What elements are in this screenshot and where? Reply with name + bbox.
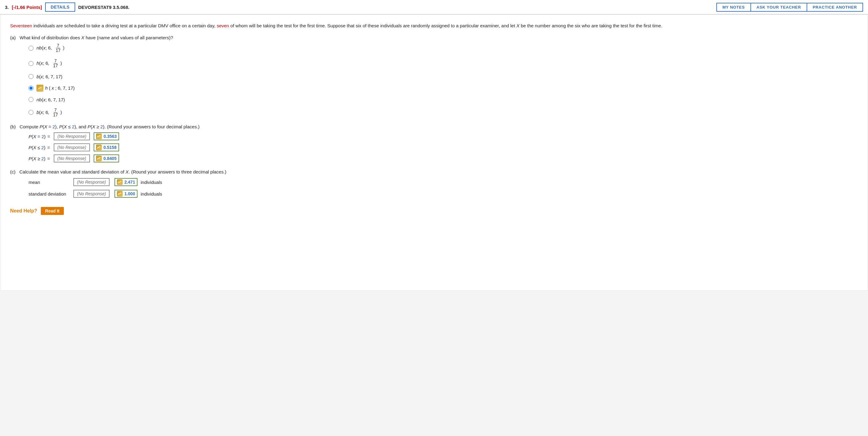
part-c-question: Calculate the mean value and standard de… — [19, 169, 226, 174]
ask-teacher-button[interactable]: ASK YOUR TEACHER — [750, 3, 807, 12]
sd-label: standard deviation — [29, 191, 68, 197]
radio-option-1: nb(x; 6, 717 ) — [29, 43, 858, 53]
top-bar: 3. [-/1.66 Points] DETAILS DEVORESTAT9 3… — [0, 0, 868, 14]
pxle2-value: 0.5158 — [103, 145, 117, 150]
radio-opt6[interactable] — [29, 110, 33, 115]
source-label: DEVORESTAT9 3.5.068. — [78, 5, 129, 10]
details-button[interactable]: DETAILS — [45, 2, 75, 12]
mean-label: mean — [29, 180, 68, 185]
answer-icon-pxge2 — [96, 156, 102, 161]
problem-text-mid1: individuals are scheduled to take a driv… — [33, 23, 217, 28]
radio-opt5-label[interactable]: nb(x; 6, 7, 17) — [36, 97, 65, 102]
sd-unit: individuals — [141, 191, 162, 197]
part-a-section: (a) What kind of distribution does X hav… — [10, 35, 858, 117]
top-bar-right: MY NOTES ASK YOUR TEACHER PRACTICE ANOTH… — [717, 3, 863, 12]
answer-icon-sd — [117, 191, 122, 197]
part-c-label: (c) Calculate the mean value and standar… — [10, 169, 858, 174]
px2-correct-answer: 0.3563 — [94, 132, 119, 140]
sd-no-response: (No Response) — [73, 190, 110, 198]
answer-row-px2: P(X = 2) = (No Response) 0.3563 — [29, 132, 858, 140]
my-notes-button[interactable]: MY NOTES — [716, 3, 751, 12]
radio-option-4: h(x; 6, 7, 17) — [29, 85, 858, 91]
part-c-letter: (c) — [10, 169, 16, 174]
need-help-text: Need Help? — [10, 208, 37, 214]
radio-opt4-label[interactable]: h(x; 6, 7, 17) — [36, 85, 74, 91]
part-b-letter: (b) — [10, 124, 16, 129]
px2-lhs: P(X = 2) — [29, 134, 45, 139]
part-b-question: Compute P(X = 2), P(X ≤ 2), and P(X ≥ 2)… — [20, 124, 199, 129]
pxge2-no-response: (No Response) — [54, 154, 90, 163]
pxle2-eq: = — [47, 145, 50, 150]
seventeen-text: Seventeen — [10, 23, 32, 28]
practice-another-button[interactable]: PRACTICE ANOTHER — [807, 3, 863, 12]
radio-opt2[interactable] — [29, 61, 33, 66]
top-bar-left: 3. [-/1.66 Points] DETAILS DEVORESTAT9 3… — [5, 2, 713, 12]
mean-value: 2.471 — [124, 180, 135, 184]
pxle2-correct-answer: 0.5158 — [94, 143, 119, 151]
px2-no-response: (No Response) — [54, 132, 90, 140]
mean-unit: individuals — [141, 180, 162, 185]
seven-text: seven — [217, 23, 229, 28]
px2-eq: = — [47, 134, 50, 139]
answer-icon-opt4 — [36, 85, 43, 91]
problem-number: 3. — [5, 5, 9, 10]
read-it-button[interactable]: Read It — [41, 207, 64, 215]
mean-no-response: (No Response) — [73, 178, 110, 186]
answer-row-pxge2: P(X ≥ 2) = (No Response) 0.8405 — [29, 154, 858, 163]
pxle2-lhs: P(X ≤ 2) — [29, 145, 45, 150]
main-content: Seventeen individuals are scheduled to t… — [0, 14, 868, 291]
part-c-section: (c) Calculate the mean value and standar… — [10, 169, 858, 198]
radio-option-2: h(x; 6, 717 ) — [29, 59, 858, 68]
radio-option-5: nb(x; 6, 7, 17) — [29, 97, 858, 102]
pxge2-lhs: P(X ≥ 2) — [29, 156, 45, 161]
problem-statement: Seventeen individuals are scheduled to t… — [10, 22, 858, 29]
radio-opt3-label[interactable]: b(x; 6, 7, 17) — [36, 74, 62, 79]
radio-opt2-label[interactable]: h(x; 6, 717 ) — [36, 59, 62, 68]
answer-icon-pxle2 — [96, 145, 102, 150]
radio-opt1[interactable] — [29, 46, 33, 51]
pxge2-correct-answer: 0.8405 — [94, 154, 119, 163]
pxge2-value: 0.8405 — [103, 156, 117, 161]
problem-text-mid2: of whom will be taking the test for the … — [230, 23, 662, 28]
sd-row: standard deviation (No Response) 1.000 i… — [29, 190, 858, 198]
need-help-section: Need Help? Read It — [10, 207, 858, 215]
radio-option-3: b(x; 6, 7, 17) — [29, 74, 858, 79]
answer-icon-px2 — [96, 134, 102, 139]
part-a-question: What kind of distribution does X have (n… — [20, 35, 173, 40]
answer-icon-mean — [117, 179, 122, 185]
sd-value: 1.000 — [124, 191, 135, 196]
part-b-label: (b) Compute P(X = 2), P(X ≤ 2), and P(X … — [10, 124, 858, 129]
pxge2-eq: = — [47, 156, 50, 161]
answer-row-pxle2: P(X ≤ 2) = (No Response) 0.5158 — [29, 143, 858, 151]
part-a-letter: (a) — [10, 35, 16, 40]
radio-option-6: b(x; 6, 717 ) — [29, 108, 858, 118]
radio-opt5[interactable] — [29, 97, 33, 102]
pxle2-no-response: (No Response) — [54, 143, 90, 151]
radio-opt6-label[interactable]: b(x; 6, 717 ) — [36, 108, 62, 118]
radio-opt3[interactable] — [29, 74, 33, 79]
mean-correct-answer: 2.471 — [115, 178, 137, 186]
part-b-section: (b) Compute P(X = 2), P(X ≤ 2), and P(X … — [10, 124, 858, 163]
radio-group-a: nb(x; 6, 717 ) h(x; 6, 717 ) b(x; 6, 7, — [29, 43, 858, 117]
mean-row: mean (No Response) 2.471 individuals — [29, 178, 858, 186]
px2-value: 0.3563 — [103, 134, 117, 139]
part-a-label: (a) What kind of distribution does X hav… — [10, 35, 858, 40]
radio-opt4[interactable] — [29, 86, 33, 91]
radio-opt1-label[interactable]: nb(x; 6, 717 ) — [36, 43, 64, 53]
points-label: [-/1.66 Points] — [12, 5, 42, 10]
sd-correct-answer: 1.000 — [115, 190, 137, 198]
